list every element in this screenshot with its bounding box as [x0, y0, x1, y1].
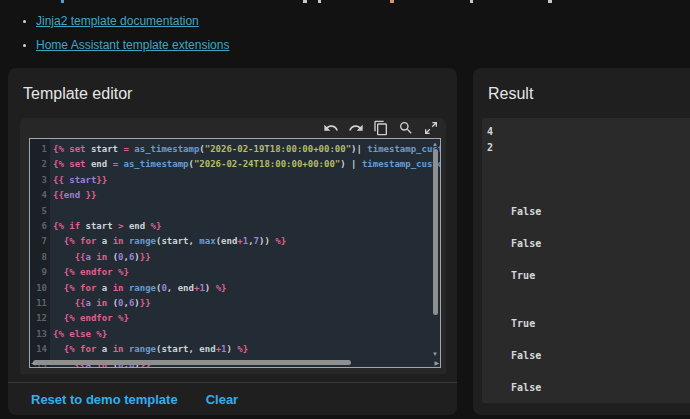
line-number: 8 — [30, 250, 47, 265]
clipped-text-fragment — [470, 0, 473, 3]
code-token: ( — [107, 298, 118, 308]
code-token: endfor — [75, 313, 113, 323]
list-item: Jinja2 template documentation — [23, 9, 229, 33]
line-number: 9 — [30, 265, 47, 280]
undo-icon[interactable] — [323, 120, 339, 136]
code-token: }} — [96, 175, 107, 185]
copy-icon[interactable] — [373, 120, 389, 136]
code-token: > — [113, 221, 124, 231]
reset-demo-template-button[interactable]: Reset to demo template — [23, 384, 186, 415]
code-token: in — [107, 283, 123, 293]
code-token: )) — [259, 236, 270, 246]
code-line[interactable] — [53, 204, 440, 219]
code-token: start — [161, 344, 188, 354]
clipped-text-fragment — [548, 0, 552, 3]
code-line[interactable]: {% endfor %} — [53, 265, 440, 280]
clipped-text-fragment — [303, 0, 307, 3]
code-line[interactable]: {{end }} — [53, 188, 440, 203]
search-icon[interactable] — [398, 120, 414, 136]
code-token: timestamp_custo — [357, 159, 440, 169]
jinja2-docs-link[interactable]: Jinja2 template documentation — [36, 14, 199, 28]
clipped-text-fragment — [61, 0, 64, 3]
editor-toolbar — [323, 120, 439, 136]
template-result-output: 4 2 False False True True False False — [482, 118, 690, 403]
bullet-icon — [23, 20, 26, 23]
code-line[interactable]: {{a in (0,6)}} — [53, 296, 440, 311]
code-token: range — [123, 283, 156, 293]
code-token — [53, 252, 75, 262]
doc-links-list: Jinja2 template documentation Home Assis… — [23, 9, 229, 57]
code-token: {{ — [75, 298, 86, 308]
code-token: for — [75, 236, 97, 246]
scroll-up-arrow-icon[interactable]: ▲ — [432, 141, 438, 147]
page-title: Template editor — [23, 85, 132, 103]
line-number: 6 — [30, 219, 47, 234]
code-token: max — [199, 236, 215, 246]
redo-icon[interactable] — [348, 120, 364, 136]
code-line[interactable]: {% for a in range(0, end+1) %} — [53, 281, 440, 296]
code-line[interactable]: {{ start}} — [53, 173, 440, 188]
code-token: ( — [107, 252, 118, 262]
code-line[interactable]: {% set end = as_timestamp("2026-02-24T18… — [53, 157, 440, 172]
code-token: end — [86, 159, 108, 169]
code-token: a — [96, 283, 107, 293]
scroll-right-arrow-icon[interactable]: ▶ — [434, 360, 439, 366]
code-token: timestamp_cust — [362, 144, 440, 154]
horizontal-scrollbar[interactable] — [33, 360, 351, 365]
code-token: , — [189, 236, 200, 246]
expand-icon[interactable] — [423, 120, 439, 136]
code-token: range — [123, 236, 156, 246]
code-token: = — [107, 159, 118, 169]
line-number: 2 — [30, 157, 47, 172]
line-number: 13 — [30, 327, 47, 342]
code-token: "2026-02-19T18:00:00+00:00" — [205, 144, 351, 154]
clipped-text-fragment — [318, 0, 321, 3]
template-editor-card: Template editor 123456789101112131415 {%… — [8, 68, 457, 415]
clear-button[interactable]: Clear — [198, 384, 247, 415]
code-token: in — [107, 344, 123, 354]
code-token — [53, 344, 64, 354]
code-token — [53, 236, 64, 246]
code-token: {{ — [53, 175, 64, 185]
code-editor[interactable]: 123456789101112131415 {% set start = as_… — [29, 138, 441, 368]
code-line[interactable]: {% if start > end %} — [53, 219, 440, 234]
code-token: {{ — [75, 252, 86, 262]
code-token: }} — [140, 252, 151, 262]
code-token: end — [221, 236, 237, 246]
code-token: %} — [145, 221, 161, 231]
code-token: }} — [86, 190, 97, 200]
code-token: in — [91, 252, 107, 262]
ha-template-extensions-link[interactable]: Home Assistant template extensions — [36, 38, 229, 52]
list-item: Home Assistant template extensions — [23, 33, 229, 57]
code-token: end — [64, 190, 86, 200]
code-line[interactable]: {% for a in range(start, max(end+1,7)) %… — [53, 234, 440, 249]
code-token: start — [86, 144, 119, 154]
code-token — [53, 267, 64, 277]
code-line[interactable]: {% set start = as_timestamp("2026-02-19T… — [53, 142, 440, 157]
code-token: endfor — [75, 267, 113, 277]
code-token: {% — [64, 313, 75, 323]
line-number: 1 — [30, 142, 47, 157]
scroll-left-arrow-icon[interactable]: ◀ — [31, 360, 36, 366]
code-token: start — [64, 175, 97, 185]
line-number: 5 — [30, 204, 47, 219]
code-token: end — [178, 283, 194, 293]
code-token: %} — [113, 313, 129, 323]
code-line[interactable]: {% endfor %} — [53, 311, 440, 326]
result-title: Result — [488, 85, 533, 103]
code-line[interactable]: {% else %} — [53, 327, 440, 342]
code-line[interactable]: {% for a in range(start, end+1) %} — [53, 342, 440, 357]
scroll-down-arrow-icon[interactable]: ▼ — [432, 351, 438, 357]
code-token: {% — [53, 329, 64, 339]
page: { "colors": { "accent_button": "#2eb0f0"… — [0, 0, 690, 419]
code-token: }} — [140, 298, 151, 308]
code-token: for — [75, 344, 97, 354]
code-token: for — [75, 283, 97, 293]
clipped-text-fragment — [390, 0, 394, 3]
code-token: %} — [113, 267, 129, 277]
code-token: %} — [232, 344, 248, 354]
code-content[interactable]: {% set start = as_timestamp("2026-02-19T… — [50, 139, 440, 367]
code-line[interactable]: {{a in (0,6)}} — [53, 250, 440, 265]
code-token: a — [96, 236, 107, 246]
vertical-scrollbar[interactable] — [433, 149, 438, 315]
